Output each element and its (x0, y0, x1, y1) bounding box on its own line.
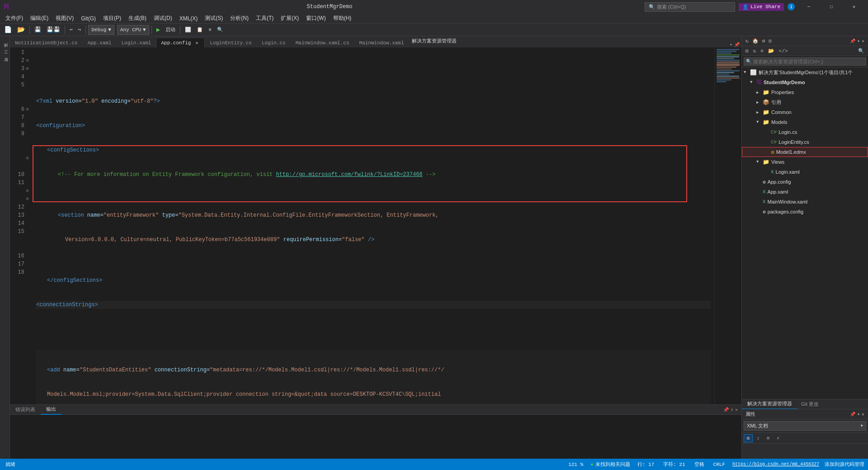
status-spaces[interactable]: 空格 (693, 461, 706, 468)
se-pin-icon[interactable]: 📌 (850, 38, 855, 44)
se-dropdown-icon[interactable]: ▾ (857, 38, 860, 44)
panel-pin-icon[interactable]: 📌 (723, 407, 729, 413)
status-line[interactable]: 行: 17 (636, 461, 656, 468)
solution-tree[interactable]: ▼ ⬜ 解决方案'StudentMgrDemo'(1个项目/共1个 ▼ 🏗 St… (742, 67, 868, 399)
tab-notificationobject[interactable]: NotiticationObject.cs (10, 38, 83, 47)
common-arrow[interactable]: ▶ (756, 110, 763, 115)
tree-mainwindowxaml[interactable]: X MainWindow.xaml (742, 197, 868, 207)
menu-analyze[interactable]: 分析(N) (226, 14, 252, 23)
tree-models[interactable]: ▼ 📁 Models (742, 117, 868, 127)
notification-badge[interactable]: 1 (788, 3, 795, 10)
tree-views[interactable]: ▼ 📁 Views (742, 157, 868, 167)
status-ready[interactable]: 就绪 (4, 461, 17, 468)
menu-tools[interactable]: 工具(T) (252, 14, 277, 23)
code-editor[interactable]: <?xml version="1.0" encoding="utf-8"?> <… (33, 47, 714, 404)
toolbar-btn1[interactable]: ⬜ (183, 25, 193, 35)
close-button[interactable]: ✕ (844, 0, 864, 14)
toolbar-redo[interactable]: ↪ (76, 25, 84, 35)
props-btn-category[interactable]: ⊞ (744, 434, 753, 442)
status-zoom[interactable]: 121 % (566, 462, 585, 467)
start-label[interactable]: 启动 (163, 25, 178, 35)
solution-arrow[interactable]: ▼ (744, 70, 750, 75)
props-btn-events[interactable]: ⚡ (774, 434, 783, 442)
live-share-button[interactable]: 👤 Live Share (739, 3, 784, 11)
tab-mainwindowxaml[interactable]: MainWindow.xaml (354, 38, 409, 47)
tab-appxaml[interactable]: App.xaml (83, 38, 117, 47)
maximize-button[interactable]: □ (821, 0, 842, 14)
tab-pin-button[interactable]: 📌 (734, 42, 740, 47)
tab-error-list[interactable]: 错误列表 (10, 405, 41, 415)
se-filter-icon[interactable]: ⊡ (769, 38, 772, 44)
se-tb-code[interactable]: </> (777, 47, 790, 55)
tab-close-appconfig[interactable]: ✕ (193, 40, 200, 46)
tab-overflow-button[interactable]: ▾ (730, 42, 732, 47)
props-btn-properties[interactable]: ≡ (764, 434, 773, 442)
references-arrow[interactable]: ▶ (756, 100, 763, 105)
tree-packagesconfig[interactable]: ⚙ packages.config (742, 207, 868, 217)
menu-git[interactable]: Git(G) (77, 14, 99, 23)
toolbar-btn3[interactable]: ≡ (206, 25, 214, 35)
panel-float-icon[interactable]: ⬆ (731, 407, 733, 413)
menu-debug[interactable]: 调试(D) (150, 14, 176, 23)
se-tb-refresh[interactable]: ↻ (751, 47, 758, 55)
panel-close-icon[interactable]: ✕ (735, 407, 738, 413)
minimap[interactable] (714, 47, 741, 404)
minimize-button[interactable]: ─ (798, 0, 819, 14)
tree-appconfig[interactable]: ⚙ App.config (742, 177, 868, 187)
toolbar-open[interactable]: 📂 (15, 25, 27, 35)
models-arrow[interactable]: ▼ (756, 120, 763, 124)
toolbar-new[interactable]: 📄 (2, 25, 14, 35)
tab-appconfig[interactable]: App.config ✕ (156, 38, 205, 47)
menu-window[interactable]: 窗口(W) (302, 14, 329, 23)
fold-14[interactable]: ⊟ (26, 195, 33, 203)
se-close-icon[interactable]: ✕ (862, 38, 864, 44)
se-tb-collapseall[interactable]: ⊟ (744, 47, 750, 55)
status-encoding[interactable]: CRLF (712, 462, 727, 467)
menu-project[interactable]: 项目(P) (99, 14, 125, 23)
props-close-icon[interactable]: ✕ (862, 412, 864, 417)
tree-solution[interactable]: ▼ ⬜ 解决方案'StudentMgrDemo'(1个项目/共1个 (742, 67, 868, 77)
global-search[interactable]: 🔍 搜索 (Ctrl+Q) (645, 2, 735, 12)
props-dropdown-icon[interactable]: ▾ (857, 412, 860, 417)
activity-tab-2[interactable]: 工 (0, 44, 9, 50)
menu-xml[interactable]: XML(X) (176, 14, 202, 23)
props-pin-icon[interactable]: 📌 (850, 412, 855, 417)
se-search-input[interactable] (751, 58, 864, 65)
props-type-selector[interactable]: XML 文档 ▼ (742, 419, 868, 433)
tree-properties[interactable]: ▶ 📁 Properties (742, 87, 868, 97)
debug-config-dropdown[interactable]: Debug ▼ (88, 25, 114, 35)
se-search-icon[interactable]: 🔍 (856, 47, 866, 55)
toolbar-btn4[interactable]: 🔍 (215, 25, 226, 35)
activity-tab-1[interactable]: 解 (0, 37, 9, 43)
status-link[interactable]: https://blog.csdn.net/m0_4456327 (732, 462, 819, 467)
se-sync-icon[interactable]: ↻ (745, 38, 749, 44)
menu-edit[interactable]: 编辑(E) (27, 14, 52, 23)
tab-output[interactable]: 输出 (41, 405, 61, 415)
se-settings-icon[interactable]: ⚙ (762, 38, 765, 44)
fold-2[interactable]: ⊟ (26, 57, 33, 65)
menu-build[interactable]: 生成(B) (125, 14, 150, 23)
properties-arrow[interactable]: ▶ (756, 90, 763, 95)
project-arrow[interactable]: ▼ (750, 80, 756, 85)
se-tab-solution[interactable]: 解决方案资源管理器 (742, 399, 797, 409)
toolbar-save[interactable]: 💾 (32, 25, 43, 35)
status-add-source[interactable]: 添加到源代码管理 (825, 461, 864, 468)
tree-appxaml[interactable]: X App.xaml (742, 187, 868, 197)
views-arrow[interactable]: ▼ (756, 160, 763, 164)
start-button[interactable]: ▶ (154, 25, 162, 35)
se-tb-properties[interactable]: ≡ (759, 47, 765, 55)
fold-13[interactable]: ⊟ (26, 187, 33, 195)
tab-mainwindowcs[interactable]: MainWindow.xaml.cs (291, 38, 354, 47)
platform-dropdown[interactable]: Any CPU ▼ (117, 25, 149, 35)
fold-10[interactable]: ⊟ (26, 154, 33, 162)
se-tb-showfiles[interactable]: 📂 (766, 47, 776, 55)
tab-logincs[interactable]: Login.cs (257, 38, 291, 47)
menu-file[interactable]: 文件(F) (2, 14, 27, 23)
activity-tab-3[interactable]: 属 (0, 52, 9, 57)
status-col[interactable]: 字符: 21 (661, 461, 687, 468)
tree-loginentitycs[interactable]: C# LoginEntity.cs (742, 137, 868, 147)
tree-project[interactable]: ▼ 🏗 StudentMgrDemo (742, 77, 868, 87)
menu-test[interactable]: 测试(S) (201, 14, 226, 23)
status-no-issues[interactable]: ● 未找到相关问题 (590, 461, 630, 468)
tree-loginxaml[interactable]: X Login.xaml (742, 167, 868, 177)
